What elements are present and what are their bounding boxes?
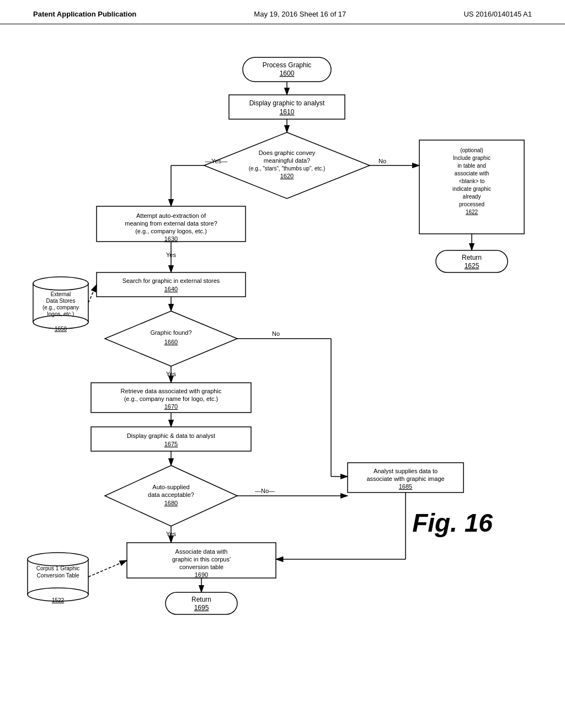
svg-text:1522: 1522 [52,597,65,603]
svg-text:1640: 1640 [164,286,178,292]
svg-text:(e.g., company logos, etc.): (e.g., company logos, etc.) [135,228,207,234]
svg-text:(optional): (optional) [460,147,483,153]
svg-text:1670: 1670 [164,403,178,410]
svg-text:Search for graphic in external: Search for graphic in external stores [122,277,220,284]
svg-text:1620: 1620 [280,173,294,179]
svg-text:1622: 1622 [466,209,478,215]
svg-text:Process Graphic: Process Graphic [263,61,312,69]
svg-text:No: No [379,158,386,164]
svg-text:meaningful data?: meaningful data? [264,157,310,164]
svg-text:Does graphic convey: Does graphic convey [259,149,316,156]
svg-text:logos, etc.): logos, etc.) [47,311,74,317]
svg-text:Analyst supplies data to: Analyst supplies data to [374,468,438,474]
svg-text:Associate data with: Associate data with [175,548,228,555]
svg-text:Retrieve data associated with : Retrieve data associated with graphic [121,388,222,394]
svg-text:1695: 1695 [194,604,209,612]
svg-rect-53 [91,427,251,451]
svg-text:associate with: associate with [455,170,489,176]
svg-text:<blank> to: <blank> to [459,178,485,184]
svg-point-77 [28,553,88,566]
svg-line-37 [88,285,97,303]
svg-text:Graphic found?: Graphic found? [150,329,191,336]
svg-text:1630: 1630 [164,235,178,242]
svg-text:1625: 1625 [465,262,479,270]
svg-text:Include graphic: Include graphic [453,155,491,161]
svg-text:Corpus 1 Graphic: Corpus 1 Graphic [36,565,79,571]
svg-text:graphic in this corpus': graphic in this corpus' [172,556,231,563]
svg-text:1680: 1680 [164,500,178,506]
svg-text:No: No [272,330,280,337]
svg-text:(e.g., "stars", "thumbs up", e: (e.g., "stars", "thumbs up", etc.) [249,165,326,172]
svg-text:1650: 1650 [55,326,67,332]
svg-text:already: already [463,194,481,200]
header-right: US 2016/0140145 A1 [463,10,532,18]
svg-text:associate with graphic image: associate with graphic image [366,475,444,482]
svg-text:Display graphic & data to anal: Display graphic & data to analyst [127,432,215,439]
diagram-area: Process Graphic 1600 Display graphic to … [0,24,565,703]
svg-text:conversion table: conversion table [179,564,223,570]
svg-text:Attempt auto-extraction of: Attempt auto-extraction of [136,212,206,219]
svg-text:—No—: —No— [255,488,275,494]
svg-text:(e.g., company name for logo, : (e.g., company name for logo, etc.) [124,395,218,402]
svg-text:Conversion Table: Conversion Table [36,572,79,579]
svg-text:External: External [51,291,71,297]
svg-text:—Yes—: —Yes— [205,158,227,164]
svg-text:processed: processed [459,201,484,207]
svg-text:1685: 1685 [399,483,412,490]
svg-text:indicate graphic: indicate graphic [452,186,491,192]
svg-point-30 [33,277,88,290]
svg-text:1660: 1660 [164,339,178,345]
svg-text:Return: Return [462,254,482,261]
svg-text:meaning from external data sto: meaning from external data store? [125,220,217,227]
svg-text:Auto-supplied: Auto-supplied [152,484,189,490]
svg-text:(e.g., company: (e.g., company [42,304,79,311]
svg-text:1675: 1675 [164,441,178,447]
svg-line-82 [88,560,127,577]
svg-text:1690: 1690 [195,571,208,578]
flowchart-svg: Process Graphic 1600 Display graphic to … [0,24,565,703]
page-header: Patent Application Publication May 19, 2… [0,0,565,24]
svg-text:data acceptable?: data acceptable? [148,491,194,498]
svg-text:Display graphic to analyst: Display graphic to analyst [249,99,325,107]
svg-text:Return: Return [191,596,211,603]
header-left: Patent Application Publication [33,10,136,18]
svg-text:in table and: in table and [457,163,486,169]
svg-text:Data Stores: Data Stores [46,298,76,304]
svg-rect-26 [97,272,246,297]
header-center: May 19, 2016 Sheet 16 of 17 [254,10,346,18]
page: Patent Application Publication May 19, 2… [0,0,565,728]
svg-text:1610: 1610 [280,108,295,116]
svg-text:1600: 1600 [280,69,295,77]
svg-text:Fig. 16: Fig. 16 [412,508,493,537]
